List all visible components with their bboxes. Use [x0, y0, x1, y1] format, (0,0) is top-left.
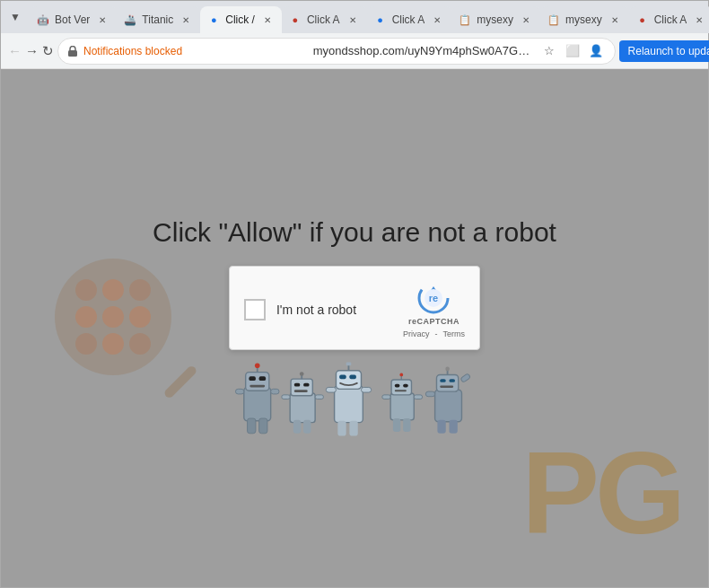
tab-1-label: Bot Ver — [55, 13, 90, 26]
svg-point-18 — [300, 372, 304, 376]
watermark-pg: PG — [521, 427, 681, 558]
recaptcha-links: Privacy - Terms — [403, 329, 465, 338]
svg-rect-23 — [315, 394, 323, 399]
tab-6-close[interactable]: ✕ — [519, 13, 533, 27]
profile-button[interactable]: 👤 — [586, 41, 606, 61]
robot-headline: Click "Allow" if you are not a robot — [153, 217, 556, 248]
forward-button[interactable]: → — [25, 37, 39, 66]
link-separator: - — [434, 329, 437, 338]
svg-rect-35 — [349, 420, 357, 435]
svg-rect-12 — [271, 389, 279, 394]
svg-rect-45 — [393, 418, 400, 432]
svg-rect-0 — [68, 50, 77, 57]
svg-point-7 — [255, 363, 260, 368]
svg-rect-9 — [259, 376, 266, 381]
toolbar: ← → ↻ Notifications blocked myondsshop.c… — [1, 33, 708, 69]
svg-rect-52 — [449, 379, 455, 382]
svg-rect-24 — [293, 419, 301, 433]
tab-7-close[interactable]: ✕ — [608, 13, 622, 27]
tab-2[interactable]: 🚢 Titanic ✕ — [117, 6, 200, 33]
terms-link[interactable]: Terms — [442, 329, 465, 338]
svg-rect-41 — [403, 383, 408, 387]
tab-3-close[interactable]: ✕ — [260, 13, 275, 27]
recaptcha-box: I'm not a robot re reCAPTCHA — [229, 266, 480, 350]
tab-4-label: Click A — [307, 13, 340, 26]
tab-2-close[interactable]: ✕ — [179, 13, 193, 27]
tab-3-label: Click / — [225, 13, 255, 26]
privacy-link[interactable]: Privacy — [403, 329, 430, 338]
tab-1-close[interactable]: ✕ — [95, 13, 109, 27]
tab-7-favicon: 📋 — [547, 13, 560, 26]
svg-rect-31 — [349, 374, 355, 379]
svg-rect-14 — [259, 418, 267, 434]
tab-bar: ▼ 🤖 Bot Ver ✕ 🚢 Titanic ✕ ● Click / ✕ — [1, 1, 708, 33]
address-text: Notifications blocked — [83, 45, 304, 57]
svg-rect-46 — [403, 418, 410, 432]
svg-rect-51 — [440, 379, 446, 382]
svg-rect-40 — [395, 383, 400, 387]
svg-rect-33 — [361, 387, 371, 392]
tabs-container: 🤖 Bot Ver ✕ 🚢 Titanic ✕ ● Click / ✕ ● Cl… — [30, 1, 709, 33]
svg-rect-42 — [395, 390, 407, 391]
svg-rect-54 — [460, 373, 471, 382]
svg-rect-53 — [440, 385, 453, 387]
svg-rect-11 — [235, 389, 243, 394]
tab-2-favicon: 🚢 — [124, 13, 136, 26]
tab-6[interactable]: 📋 mysexy ✕ — [451, 6, 540, 33]
tab-3-favicon: ● — [207, 13, 220, 26]
svg-point-50 — [445, 366, 450, 371]
svg-rect-26 — [335, 385, 363, 422]
tab-4-favicon: ● — [289, 13, 302, 26]
svg-rect-30 — [339, 374, 346, 379]
extension-button[interactable]: ⬜ — [563, 41, 582, 61]
address-bar[interactable]: Notifications blocked myondsshop.com/uyN… — [57, 38, 616, 65]
tab-3[interactable]: ● Click / ✕ — [200, 6, 282, 33]
svg-rect-27 — [336, 370, 361, 389]
svg-point-39 — [399, 373, 403, 376]
tab-1[interactable]: 🤖 Bot Ver ✕ — [30, 6, 117, 33]
svg-rect-47 — [435, 390, 462, 421]
refresh-button[interactable]: ↻ — [42, 37, 54, 66]
svg-text:re: re — [429, 293, 438, 303]
svg-rect-15 — [290, 393, 315, 423]
recaptcha-main-row: I'm not a robot re reCAPTCHA — [244, 281, 465, 338]
tab-6-favicon: 📋 — [459, 13, 471, 26]
tab-8[interactable]: ● Click A ✕ — [629, 6, 709, 33]
tab-2-label: Titanic — [142, 13, 173, 26]
tab-5[interactable]: ● Click A ✕ — [367, 6, 452, 33]
svg-rect-21 — [294, 390, 308, 392]
tab-8-close[interactable]: ✕ — [692, 13, 706, 27]
svg-rect-34 — [337, 420, 346, 435]
toolbar-right: Relaunch to update ⋮ — [619, 37, 709, 66]
tab-8-favicon: ● — [636, 13, 649, 26]
svg-rect-19 — [294, 382, 301, 386]
tab-6-label: mysexy — [477, 13, 513, 26]
tab-4-close[interactable]: ✕ — [346, 13, 360, 27]
svg-rect-37 — [391, 380, 411, 395]
svg-rect-4 — [244, 387, 271, 420]
watermark-text-area: PG — [521, 426, 681, 560]
back-button[interactable]: ← — [8, 37, 22, 66]
tab-5-favicon: ● — [374, 13, 387, 26]
tab-list-button[interactable]: ▼ — [4, 6, 26, 28]
svg-rect-22 — [282, 394, 290, 399]
page-main: Click "Allow" if you are not a robot I'm… — [153, 217, 556, 440]
svg-rect-44 — [414, 394, 422, 399]
tab-1-favicon: 🤖 — [37, 13, 49, 26]
tab-5-close[interactable]: ✕ — [430, 13, 444, 27]
tab-7[interactable]: 📋 mysexy ✕ — [540, 6, 629, 33]
svg-rect-5 — [246, 372, 269, 391]
update-button[interactable]: Relaunch to update — [619, 40, 709, 62]
tab-5-label: Click A — [392, 13, 425, 26]
svg-rect-13 — [248, 418, 256, 434]
svg-rect-8 — [249, 376, 255, 381]
address-icons: ☆ ⬜ 👤 — [539, 41, 606, 61]
recaptcha-checkbox[interactable] — [244, 299, 266, 320]
tab-4[interactable]: ● Click A ✕ — [282, 6, 367, 33]
svg-rect-25 — [303, 419, 311, 433]
robots-illustration — [229, 359, 480, 440]
url-text: myondsshop.com/uyN9Ym4phSw0A7GOBT30IQXhO… — [313, 44, 534, 57]
svg-rect-16 — [291, 379, 312, 396]
svg-rect-29 — [346, 362, 352, 365]
bookmark-button[interactable]: ☆ — [539, 41, 559, 61]
